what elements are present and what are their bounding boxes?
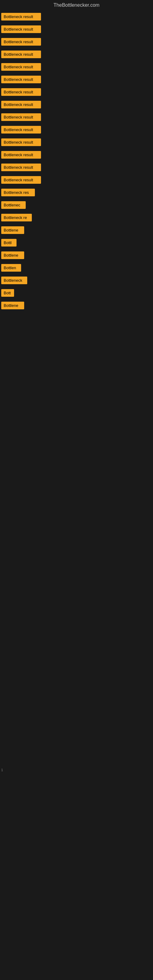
- bottleneck-badge[interactable]: Bottlene: [1, 251, 24, 259]
- bottleneck-badge[interactable]: Bottleneck result: [1, 25, 41, 33]
- list-item: Bottleneck result: [1, 125, 152, 136]
- list-item: Bott: [1, 288, 152, 299]
- bottleneck-badge[interactable]: Bottlenec: [1, 201, 26, 209]
- list-item: Bottlen: [1, 263, 152, 274]
- bottleneck-badge[interactable]: Bottleneck result: [1, 138, 41, 146]
- list-item: Bottleneck re: [1, 213, 152, 224]
- list-item: Bottleneck result: [1, 162, 152, 173]
- list-item: Bottleneck result: [1, 37, 152, 48]
- list-item: Bottlenec: [1, 200, 152, 211]
- list-item: Bottlene: [1, 225, 152, 236]
- list-item: Bottl: [1, 238, 152, 249]
- bottleneck-badge[interactable]: Bottl: [1, 239, 16, 247]
- list-item: Bottleneck result: [1, 112, 152, 123]
- bottleneck-badge[interactable]: Bottleneck: [1, 277, 27, 284]
- bottleneck-badge[interactable]: Bottlene: [1, 302, 24, 309]
- footer-label: 1: [1, 768, 3, 772]
- list-item: Bottleneck: [1, 275, 152, 286]
- bottleneck-badge[interactable]: Bottleneck result: [1, 76, 41, 83]
- list-item: Bottlene: [1, 250, 152, 261]
- bottleneck-badge[interactable]: Bottleneck re: [1, 214, 32, 221]
- bottleneck-badge[interactable]: Bottleneck result: [1, 101, 41, 108]
- bottleneck-badge[interactable]: Bottleneck result: [1, 176, 41, 184]
- bottleneck-list: Bottleneck resultBottleneck resultBottle…: [0, 12, 153, 312]
- list-item: Bottleneck result: [1, 75, 152, 86]
- list-item: Bottlene: [1, 301, 152, 312]
- list-item: Bottleneck result: [1, 100, 152, 111]
- bottleneck-badge[interactable]: Bottleneck result: [1, 38, 41, 46]
- bottleneck-badge[interactable]: Bott: [1, 289, 14, 297]
- bottleneck-badge[interactable]: Bottleneck result: [1, 151, 41, 159]
- bottleneck-badge[interactable]: Bottleneck result: [1, 113, 41, 121]
- bottleneck-badge[interactable]: Bottleneck result: [1, 51, 41, 58]
- bottleneck-badge[interactable]: Bottleneck result: [1, 164, 41, 171]
- bottleneck-badge[interactable]: Bottleneck result: [1, 63, 41, 71]
- site-title: TheBottlenecker.com: [0, 0, 153, 12]
- list-item: Bottleneck result: [1, 87, 152, 98]
- bottleneck-badge[interactable]: Bottleneck result: [1, 88, 41, 96]
- site-title-bar: TheBottlenecker.com: [0, 0, 153, 12]
- bottleneck-badge[interactable]: Bottlen: [1, 264, 21, 272]
- bottleneck-badge[interactable]: Bottleneck result: [1, 126, 41, 134]
- list-item: Bottleneck result: [1, 137, 152, 148]
- bottleneck-badge[interactable]: Bottleneck result: [1, 13, 41, 21]
- bottleneck-badge[interactable]: Bottlene: [1, 226, 24, 234]
- bottleneck-badge[interactable]: Bottleneck res: [1, 189, 35, 196]
- list-item: Bottleneck result: [1, 150, 152, 161]
- list-item: Bottleneck result: [1, 175, 152, 186]
- list-item: Bottleneck result: [1, 49, 152, 60]
- list-item: Bottleneck res: [1, 188, 152, 199]
- list-item: Bottleneck result: [1, 12, 152, 23]
- list-item: Bottleneck result: [1, 62, 152, 73]
- list-item: Bottleneck result: [1, 24, 152, 35]
